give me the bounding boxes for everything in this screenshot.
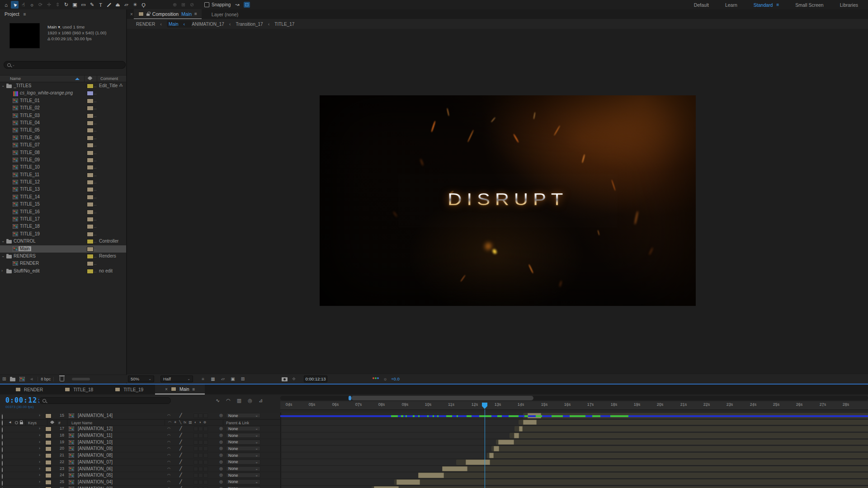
project-item-name[interactable]: Main [19,246,31,251]
project-item-name[interactable]: TITLE_18 [20,224,40,229]
layer-name[interactable]: [ANIMATION_07] [78,460,113,465]
layer-duration-bar[interactable] [514,426,868,432]
parent-pickwhip-icon[interactable]: ◎ [219,453,223,457]
fast-previews-icon[interactable]: ❖ [290,375,297,382]
viewer-toolbar-icon[interactable]: ⌗ [199,375,207,382]
label-color-swatch[interactable] [87,247,94,252]
viewer-toolbar-icon[interactable]: ▱ [219,375,226,382]
timeline-toggle-icon[interactable]: ⊿ [259,398,263,404]
label-color-swatch[interactable] [87,150,94,155]
snapping-extra-icon[interactable]: ↝ [235,2,239,8]
layer-name[interactable]: [ANIMATION_04] [78,479,113,484]
label-color-swatch[interactable] [87,202,94,207]
shy-switch-icon[interactable]: ◠ [167,467,170,471]
layer-trim-bar[interactable] [498,440,514,445]
breadcrumb-item[interactable]: Main [167,20,192,28]
label-column-icon[interactable] [50,420,55,425]
layer-row[interactable]: › 21 [ANIMATION_08] ◠ ╱ ◎ None⌄ [0,452,868,459]
timeline-tab[interactable]: × TITLE_19 ≡ [105,385,153,394]
parent-pickwhip-icon[interactable]: ◎ [219,486,223,488]
layer-switch-cells[interactable] [193,453,208,458]
keys-column-header[interactable]: Keys [28,421,37,425]
breadcrumb-item[interactable]: RENDER [136,21,167,27]
breadcrumb-item[interactable]: TITLE_17 [274,22,294,27]
tool-button[interactable]: ▣ [71,1,79,9]
layer-row[interactable]: › 22 [ANIMATION_07] ◠ ╱ ◎ None⌄ [0,459,868,466]
layer-switch-cells[interactable] [193,446,208,451]
video-visible-icon[interactable] [2,454,3,460]
label-color-swatch[interactable] [87,158,94,163]
new-folder-icon[interactable] [10,378,15,381]
viewer-timecode-field[interactable]: 0:00:12:13 [304,375,327,382]
show-channel-icon[interactable] [373,377,379,379]
layer-expander-icon[interactable]: › [39,486,40,488]
audio-column-icon[interactable]: ◄ [8,420,12,424]
tool-button[interactable]: T [97,1,104,9]
parent-dropdown[interactable]: None⌄ [226,426,260,431]
tool-button[interactable]: ☝ [19,1,27,9]
layer-trim-bar[interactable] [418,473,444,478]
layer-switch-cells[interactable] [193,427,208,431]
timeline-toggle-icon[interactable]: ◎ [248,398,252,404]
label-column-icon[interactable] [87,75,92,80]
tool-button[interactable]: ▶ [11,1,19,9]
project-item-row[interactable]: ⌄ CONTROL ‥ Controller ⁂ [0,238,126,245]
layer-trim-bar[interactable] [494,446,499,451]
layer-track[interactable] [280,466,868,472]
switch-column-icon[interactable]: ☀ [174,420,177,424]
layer-switch-cells[interactable] [193,433,208,438]
parent-dropdown[interactable]: None⌄ [226,413,260,418]
switch-column-icon[interactable]: ▥ [189,420,192,424]
breadcrumb-item[interactable]: ANIMATION_17 [192,21,236,27]
project-item-row[interactable]: TITLE_19 ‥ ⁂ [0,230,126,238]
layer-label-swatch[interactable] [45,473,52,478]
project-item-name[interactable]: TITLE_11 [20,172,39,177]
layer-trim-bar[interactable] [396,479,420,485]
shy-switch-icon[interactable]: ◠ [167,413,170,418]
layer-expander-icon[interactable]: › [39,473,40,477]
project-item-row[interactable]: cs_logo_white-orange.png ‥ ⁂ [0,89,126,97]
workspace-item[interactable]: Default ≡ [694,2,709,8]
lock-column-icon[interactable] [20,422,23,424]
project-item-name[interactable]: TITLE_03 [20,113,40,118]
parent-dropdown[interactable]: None⌄ [226,460,260,465]
workspace-item[interactable]: Learn ≡ [725,2,737,8]
parent-pickwhip-icon[interactable]: ◎ [219,440,223,444]
number-column-header[interactable]: # [58,421,61,425]
snapping-extra-icon[interactable]: ⊡ [244,2,250,8]
project-item-name[interactable]: TITLE_01 [20,98,40,103]
layer-expander-icon[interactable]: › [39,413,40,418]
tab-composition-main[interactable]: Composition Main ≡ [134,9,202,19]
quality-switch-icon[interactable]: ╱ [179,460,182,464]
parent-pickwhip-icon[interactable]: ◎ [219,466,223,471]
timeline-toggle-icon[interactable]: ∿ [216,398,220,404]
label-color-swatch[interactable] [87,269,94,274]
layer-label-swatch[interactable] [45,446,52,451]
tool-button[interactable]: ⇕ [54,1,61,9]
project-item-row[interactable]: TITLE_07 ‥ ⁂ [0,141,126,149]
solo-column-icon[interactable] [15,421,18,424]
parent-dropdown[interactable]: None⌄ [226,466,260,471]
video-visible-icon[interactable] [2,434,3,440]
layer-switch-cells[interactable] [193,460,208,465]
layer-track[interactable] [280,472,868,479]
project-item-name[interactable]: TITLE_14 [20,194,40,199]
layer-track[interactable] [280,479,868,485]
video-column-icon[interactable] [2,420,3,426]
layer-duration-bar[interactable] [372,486,868,488]
project-item-comment[interactable]: Renders [99,253,116,258]
project-item-name[interactable]: TITLE_05 [20,127,40,132]
quality-switch-icon[interactable]: ╱ [179,440,182,444]
project-item-row[interactable]: TITLE_17 ‥ ⁂ [0,216,126,223]
layer-name[interactable]: [ANIMATION_09] [78,446,113,451]
tool-button[interactable]: ○ [28,1,36,9]
layer-row[interactable]: › 23 [ANIMATION_06] ◠ ╱ ◎ None⌄ [0,466,868,473]
magnification-dropdown[interactable]: 50%⌄ [128,375,154,382]
search-options-caret-icon[interactable]: ⌄ [12,63,15,67]
tool-button[interactable]: ⟳ [37,1,44,9]
parent-pickwhip-icon[interactable]: ◎ [219,446,223,450]
layer-trim-bar[interactable] [466,460,490,465]
navigator-thumb[interactable] [351,396,533,400]
label-color-swatch[interactable] [87,128,94,133]
layer-row[interactable]: › 20 [ANIMATION_09] ◠ ╱ ◎ None⌄ [0,446,868,452]
